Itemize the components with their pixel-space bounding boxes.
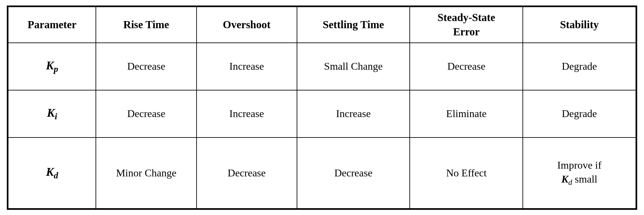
ki-overshoot: Increase	[197, 90, 297, 137]
param-ki-base: K	[47, 106, 55, 119]
ki-settling-time: Increase	[297, 90, 410, 137]
kd-settling-time: Decrease	[297, 137, 410, 208]
kd-stability-kd-sub: d	[568, 178, 572, 186]
header-settling-time: Settling Time	[297, 7, 410, 43]
pid-table-wrapper: Parameter Rise Time Overshoot Settling T…	[7, 6, 637, 210]
ki-rise-time: Decrease	[96, 90, 196, 137]
kd-stability-line1: Improve if	[557, 159, 601, 171]
param-kd-sub: d	[54, 171, 58, 181]
param-kp: Kp	[8, 43, 96, 90]
kp-rise-time: Decrease	[96, 43, 196, 90]
kp-stability: Degrade	[523, 43, 636, 90]
header-rise-time: Rise Time	[96, 7, 196, 43]
param-kd: Kd	[8, 137, 96, 208]
header-parameter: Parameter	[8, 7, 96, 43]
kd-steady-state: No Effect	[410, 137, 523, 208]
param-kp-sub: p	[54, 64, 58, 74]
param-ki-sub: i	[55, 112, 57, 121]
kd-stability-kd-base: K	[561, 173, 568, 185]
kd-rise-time: Minor Change	[96, 137, 196, 208]
ki-steady-state: Eliminate	[410, 90, 523, 137]
pid-table: Parameter Rise Time Overshoot Settling T…	[8, 6, 636, 209]
header-stability: Stability	[523, 7, 636, 43]
kp-settling-time: Small Change	[297, 43, 410, 90]
kd-stability-line2: small	[575, 173, 597, 185]
header-overshoot: Overshoot	[197, 7, 297, 43]
param-ki: Ki	[8, 90, 96, 137]
kd-stability: Improve if Kd small	[523, 137, 636, 208]
table-row-ki: Ki Decrease Increase Increase Eliminate …	[8, 90, 636, 137]
ki-stability: Degrade	[523, 90, 636, 137]
table-row-kp: Kp Decrease Increase Small Change Decrea…	[8, 43, 636, 90]
kd-overshoot: Decrease	[197, 137, 297, 208]
param-kp-base: K	[46, 59, 54, 72]
kp-steady-state: Decrease	[410, 43, 523, 90]
param-kd-base: K	[46, 165, 54, 178]
table-row-kd: Kd Minor Change Decrease Decrease No Eff…	[8, 137, 636, 208]
header-row: Parameter Rise Time Overshoot Settling T…	[8, 7, 636, 43]
kp-overshoot: Increase	[197, 43, 297, 90]
header-steady-state-error: Steady-StateError	[410, 7, 523, 43]
